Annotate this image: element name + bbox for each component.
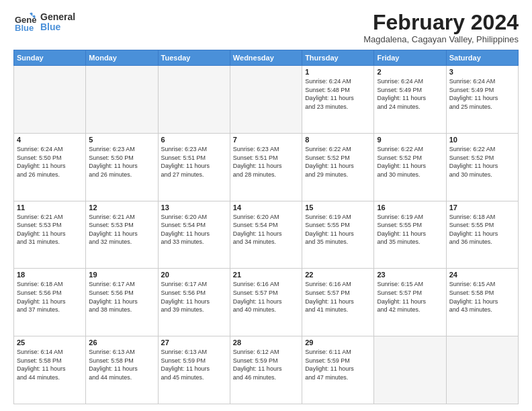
day-info: Sunrise: 6:23 AM Sunset: 5:51 PM Dayligh…: [161, 145, 227, 179]
day-info: Sunrise: 6:20 AM Sunset: 5:54 PM Dayligh…: [233, 213, 299, 246]
calendar-cell: [158, 66, 230, 134]
day-number: 1: [305, 68, 371, 76]
calendar-day-header: Sunday: [14, 50, 86, 66]
day-info: Sunrise: 6:11 AM Sunset: 5:59 PM Dayligh…: [305, 348, 371, 381]
day-number: 11: [17, 203, 83, 212]
calendar-cell: 24Sunrise: 6:15 AM Sunset: 5:58 PM Dayli…: [446, 269, 518, 336]
day-info: Sunrise: 6:24 AM Sunset: 5:49 PM Dayligh…: [449, 77, 515, 111]
logo-icon: General Blue: [13, 11, 36, 34]
day-number: 8: [305, 136, 371, 144]
day-number: 14: [233, 203, 299, 212]
calendar-header-row: SundayMondayTuesdayWednesdayThursdayFrid…: [14, 50, 519, 66]
calendar-week-row: 1Sunrise: 6:24 AM Sunset: 5:48 PM Daylig…: [14, 66, 519, 134]
calendar-cell: 28Sunrise: 6:12 AM Sunset: 5:59 PM Dayli…: [230, 336, 302, 404]
day-number: 28: [233, 338, 299, 347]
day-number: 26: [89, 338, 154, 347]
day-info: Sunrise: 6:23 AM Sunset: 5:50 PM Dayligh…: [89, 145, 154, 179]
month-year: February 2024: [363, 11, 519, 34]
day-number: 7: [233, 136, 299, 144]
day-number: 21: [233, 271, 299, 279]
day-number: 23: [377, 271, 443, 279]
title-area: February 2024 Magdalena, Cagayan Valley,…: [363, 11, 519, 44]
day-info: Sunrise: 6:18 AM Sunset: 5:55 PM Dayligh…: [449, 213, 515, 246]
day-info: Sunrise: 6:13 AM Sunset: 5:58 PM Dayligh…: [89, 348, 154, 381]
day-info: Sunrise: 6:14 AM Sunset: 5:58 PM Dayligh…: [17, 348, 83, 381]
day-info: Sunrise: 6:15 AM Sunset: 5:57 PM Dayligh…: [377, 280, 443, 314]
day-number: 18: [17, 271, 83, 279]
calendar-cell: 17Sunrise: 6:18 AM Sunset: 5:55 PM Dayli…: [446, 201, 518, 269]
location: Magdalena, Cagayan Valley, Philippines: [363, 34, 519, 44]
day-number: 9: [377, 136, 443, 144]
calendar-cell: [14, 66, 86, 134]
calendar-cell: 9Sunrise: 6:22 AM Sunset: 5:52 PM Daylig…: [374, 133, 446, 201]
calendar-cell: 27Sunrise: 6:13 AM Sunset: 5:59 PM Dayli…: [158, 336, 230, 404]
calendar-cell: [374, 336, 446, 404]
day-number: 10: [449, 136, 515, 144]
day-number: 2: [377, 68, 443, 76]
day-number: 15: [305, 203, 371, 212]
day-info: Sunrise: 6:13 AM Sunset: 5:59 PM Dayligh…: [161, 348, 227, 381]
calendar-cell: 20Sunrise: 6:17 AM Sunset: 5:56 PM Dayli…: [158, 269, 230, 336]
day-number: 17: [449, 203, 515, 212]
day-number: 6: [161, 136, 227, 144]
day-info: Sunrise: 6:24 AM Sunset: 5:49 PM Dayligh…: [377, 77, 443, 111]
calendar-cell: 6Sunrise: 6:23 AM Sunset: 5:51 PM Daylig…: [158, 133, 230, 201]
day-number: 29: [305, 338, 371, 347]
svg-text:Blue: Blue: [15, 23, 34, 33]
day-number: 22: [305, 271, 371, 279]
calendar-week-row: 4Sunrise: 6:24 AM Sunset: 5:50 PM Daylig…: [14, 133, 519, 201]
day-number: 12: [89, 203, 154, 212]
calendar-day-header: Monday: [86, 50, 158, 66]
calendar-cell: 2Sunrise: 6:24 AM Sunset: 5:49 PM Daylig…: [374, 66, 446, 134]
calendar-cell: 8Sunrise: 6:22 AM Sunset: 5:52 PM Daylig…: [302, 133, 374, 201]
day-info: Sunrise: 6:15 AM Sunset: 5:58 PM Dayligh…: [449, 280, 515, 314]
day-number: 27: [161, 338, 227, 347]
calendar-cell: 4Sunrise: 6:24 AM Sunset: 5:50 PM Daylig…: [14, 133, 86, 201]
calendar-cell: 14Sunrise: 6:20 AM Sunset: 5:54 PM Dayli…: [230, 201, 302, 269]
calendar-cell: 3Sunrise: 6:24 AM Sunset: 5:49 PM Daylig…: [446, 66, 518, 134]
calendar-week-row: 11Sunrise: 6:21 AM Sunset: 5:53 PM Dayli…: [14, 201, 519, 269]
day-info: Sunrise: 6:21 AM Sunset: 5:53 PM Dayligh…: [89, 213, 154, 246]
calendar-cell: 15Sunrise: 6:19 AM Sunset: 5:55 PM Dayli…: [302, 201, 374, 269]
logo-general: General: [40, 12, 75, 22]
calendar-cell: 10Sunrise: 6:22 AM Sunset: 5:52 PM Dayli…: [446, 133, 518, 201]
calendar-cell: 18Sunrise: 6:18 AM Sunset: 5:56 PM Dayli…: [14, 269, 86, 336]
calendar-cell: 13Sunrise: 6:20 AM Sunset: 5:54 PM Dayli…: [158, 201, 230, 269]
page: General Blue General Blue February 2024 …: [0, 0, 532, 411]
day-info: Sunrise: 6:22 AM Sunset: 5:52 PM Dayligh…: [377, 145, 443, 179]
day-info: Sunrise: 6:12 AM Sunset: 5:59 PM Dayligh…: [233, 348, 299, 381]
calendar-table: SundayMondayTuesdayWednesdayThursdayFrid…: [13, 50, 519, 404]
day-number: 19: [89, 271, 154, 279]
calendar-cell: 23Sunrise: 6:15 AM Sunset: 5:57 PM Dayli…: [374, 269, 446, 336]
calendar-cell: 29Sunrise: 6:11 AM Sunset: 5:59 PM Dayli…: [302, 336, 374, 404]
calendar-cell: [446, 336, 518, 404]
header: General Blue General Blue February 2024 …: [13, 11, 519, 44]
day-number: 20: [161, 271, 227, 279]
calendar-week-row: 25Sunrise: 6:14 AM Sunset: 5:58 PM Dayli…: [14, 336, 519, 404]
calendar-cell: 12Sunrise: 6:21 AM Sunset: 5:53 PM Dayli…: [86, 201, 158, 269]
day-info: Sunrise: 6:22 AM Sunset: 5:52 PM Dayligh…: [305, 145, 371, 179]
day-info: Sunrise: 6:23 AM Sunset: 5:51 PM Dayligh…: [233, 145, 299, 179]
day-info: Sunrise: 6:16 AM Sunset: 5:57 PM Dayligh…: [305, 280, 371, 314]
calendar-cell: 7Sunrise: 6:23 AM Sunset: 5:51 PM Daylig…: [230, 133, 302, 201]
calendar-cell: 26Sunrise: 6:13 AM Sunset: 5:58 PM Dayli…: [86, 336, 158, 404]
day-info: Sunrise: 6:17 AM Sunset: 5:56 PM Dayligh…: [161, 280, 227, 314]
day-number: 25: [17, 338, 83, 347]
calendar-week-row: 18Sunrise: 6:18 AM Sunset: 5:56 PM Dayli…: [14, 269, 519, 336]
day-number: 16: [377, 203, 443, 212]
calendar-day-header: Tuesday: [158, 50, 230, 66]
calendar-cell: 16Sunrise: 6:19 AM Sunset: 5:55 PM Dayli…: [374, 201, 446, 269]
day-info: Sunrise: 6:19 AM Sunset: 5:55 PM Dayligh…: [305, 213, 371, 246]
day-info: Sunrise: 6:16 AM Sunset: 5:57 PM Dayligh…: [233, 280, 299, 314]
day-number: 4: [17, 136, 83, 144]
day-info: Sunrise: 6:20 AM Sunset: 5:54 PM Dayligh…: [161, 213, 227, 246]
logo: General Blue General Blue: [13, 11, 75, 34]
calendar-cell: 5Sunrise: 6:23 AM Sunset: 5:50 PM Daylig…: [86, 133, 158, 201]
day-info: Sunrise: 6:22 AM Sunset: 5:52 PM Dayligh…: [449, 145, 515, 179]
day-info: Sunrise: 6:24 AM Sunset: 5:50 PM Dayligh…: [17, 145, 83, 179]
calendar-cell: [230, 66, 302, 134]
calendar-cell: 22Sunrise: 6:16 AM Sunset: 5:57 PM Dayli…: [302, 269, 374, 336]
day-info: Sunrise: 6:24 AM Sunset: 5:48 PM Dayligh…: [305, 77, 371, 111]
day-info: Sunrise: 6:17 AM Sunset: 5:56 PM Dayligh…: [89, 280, 154, 314]
day-number: 13: [161, 203, 227, 212]
